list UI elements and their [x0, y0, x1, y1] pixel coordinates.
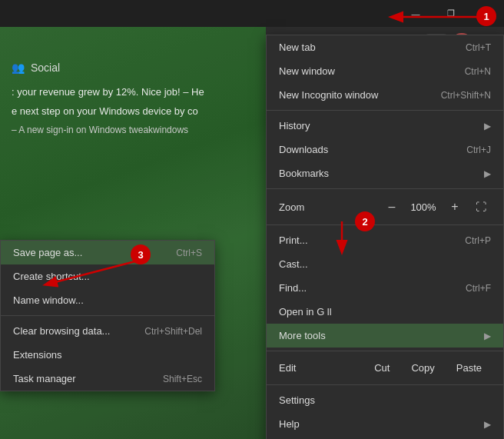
menu-item-print[interactable]: Print... Ctrl+P [267, 228, 503, 252]
menu-item-bookmarks[interactable]: Bookmarks ▶ [267, 161, 503, 185]
save-page-label: Save page as... [13, 247, 176, 258]
find-shortcut: Ctrl+F [466, 283, 491, 294]
submenu-item-name-window[interactable]: Name window... [1, 288, 214, 312]
new-tab-label: New tab [279, 42, 450, 53]
submenu-item-task-manager[interactable]: Task manager Shift+Esc [1, 367, 214, 391]
new-window-shortcut: Ctrl+N [465, 66, 491, 77]
downloads-shortcut: Ctrl+J [466, 145, 491, 155]
help-label: Help [279, 418, 478, 430]
menu-item-new-incognito[interactable]: New Incognito window Ctrl+Shift+N [267, 83, 503, 107]
zoom-value: 100% [408, 201, 439, 213]
minimize-button[interactable]: — [398, 0, 433, 27]
annotation-1: 1 [476, 6, 496, 26]
new-incognito-label: New Incognito window [279, 89, 426, 101]
print-shortcut: Ctrl+P [465, 235, 491, 246]
print-label: Print... [279, 234, 449, 246]
divider-1 [267, 110, 503, 111]
more-tools-submenu: Save page as... Ctrl+S Create shortcut..… [0, 240, 215, 391]
menu-item-open-in-google[interactable]: Open in G ll [267, 300, 503, 324]
menu-item-more-tools[interactable]: More tools ▶ [267, 324, 503, 348]
new-window-label: New window [279, 65, 449, 77]
social-icon: 👥 [12, 62, 25, 74]
name-window-label: Name window... [13, 294, 202, 306]
cut-button[interactable]: Cut [365, 359, 399, 377]
menu-item-help[interactable]: Help ▶ [267, 412, 503, 436]
history-label: History [279, 120, 478, 131]
more-tools-arrow: ▶ [484, 331, 491, 341]
zoom-plus-button[interactable]: + [445, 197, 465, 217]
menu-item-cast[interactable]: Cast... [267, 252, 503, 276]
menu-item-settings[interactable]: Settings [267, 388, 503, 412]
open-in-google-label: Open in G ll [279, 306, 491, 318]
submenu-item-extensions[interactable]: Extensions [1, 343, 214, 367]
menu-item-new-tab[interactable]: New tab Ctrl+T [267, 35, 503, 59]
clear-browsing-label: Clear browsing data... [13, 325, 144, 337]
divider-4 [267, 351, 503, 351]
menu-item-find[interactable]: Find... Ctrl+F [267, 276, 503, 300]
zoom-row: Zoom – 100% + ⛶ [267, 192, 503, 221]
bookmarks-arrow: ▶ [484, 168, 491, 179]
windows-line: e next step on your Windows device by co [12, 105, 273, 117]
create-shortcut-label: Create shortcut... [13, 271, 202, 282]
submenu-item-clear-browsing[interactable]: Clear browsing data... Ctrl+Shift+Del [1, 319, 214, 343]
annotation-3: 3 [131, 244, 151, 264]
find-label: Find... [279, 282, 450, 294]
revenue-line: : your revenue grew by 12%. Nice job! – … [12, 86, 273, 98]
zoom-minus-button[interactable]: – [382, 197, 402, 217]
edit-row: Edit Cut Copy Paste [267, 354, 503, 381]
more-tools-label: More tools [279, 330, 478, 341]
help-arrow: ▶ [484, 419, 491, 430]
new-tab-shortcut: Ctrl+T [466, 42, 491, 53]
submenu-item-create-shortcut[interactable]: Create shortcut... [1, 264, 214, 288]
cast-label: Cast... [279, 258, 491, 270]
clear-browsing-shortcut: Ctrl+Shift+Del [144, 326, 202, 337]
settings-label: Settings [279, 394, 491, 406]
copy-button[interactable]: Copy [402, 359, 443, 377]
zoom-fullscreen-button[interactable]: ⛶ [471, 197, 491, 217]
new-incognito-shortcut: Ctrl+Shift+N [441, 90, 491, 101]
downloads-label: Downloads [279, 144, 451, 155]
paste-button[interactable]: Paste [447, 359, 491, 377]
social-label: Social [31, 62, 60, 74]
signin-line: – A new sign-in on Windows tweakwindows [12, 125, 273, 135]
title-bar: — ❐ ✕ [0, 0, 504, 27]
edit-label: Edit [279, 362, 362, 374]
menu-item-downloads[interactable]: Downloads Ctrl+J [267, 138, 503, 161]
submenu-divider-1 [1, 315, 214, 316]
task-manager-shortcut: Shift+Esc [163, 374, 202, 384]
social-line: 👥 Social [12, 62, 273, 74]
divider-5 [267, 384, 503, 385]
bookmarks-label: Bookmarks [279, 168, 478, 179]
submenu-item-save-page[interactable]: Save page as... Ctrl+S [1, 241, 214, 264]
menu-item-exit[interactable]: Exit [267, 436, 503, 439]
extensions-label: Extensions [13, 349, 202, 361]
menu-item-new-window[interactable]: New window Ctrl+N [267, 59, 503, 83]
task-manager-label: Task manager [13, 373, 163, 384]
zoom-label: Zoom [279, 201, 376, 213]
maximize-button[interactable]: ❐ [433, 0, 469, 27]
menu-item-history[interactable]: History ▶ [267, 114, 503, 138]
divider-2 [267, 188, 503, 189]
annotation-2: 2 [355, 211, 375, 231]
divider-3 [267, 224, 503, 225]
history-arrow: ▶ [484, 121, 491, 131]
save-page-shortcut: Ctrl+S [176, 248, 202, 258]
main-dropdown-menu: New tab Ctrl+T New window Ctrl+N New Inc… [266, 35, 504, 439]
